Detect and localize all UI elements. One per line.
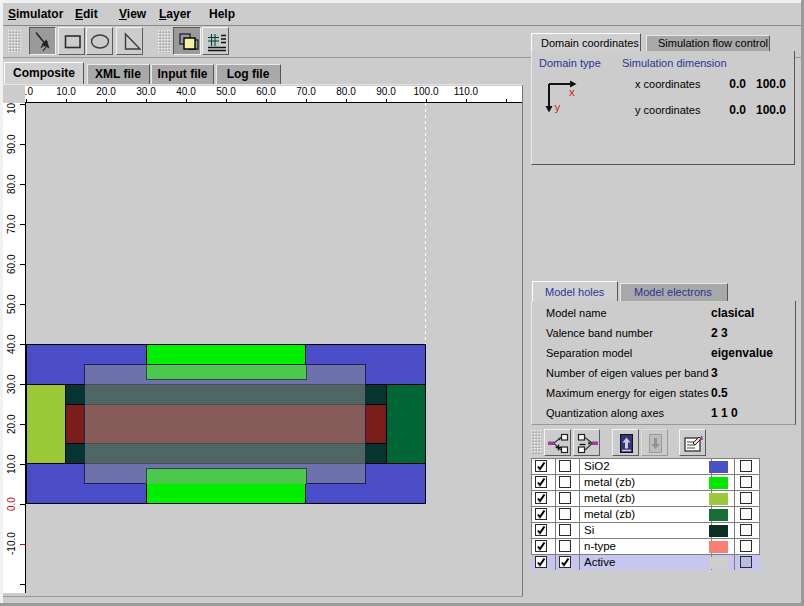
svg-text:y: y xyxy=(555,101,561,113)
svg-text:x: x xyxy=(569,86,575,98)
